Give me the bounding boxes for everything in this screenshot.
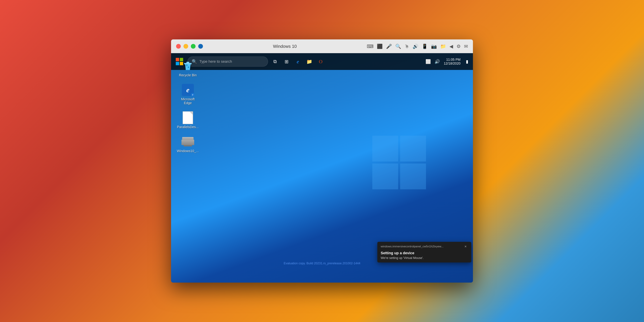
search-placeholder-text: Type here to search [200,59,232,64]
mac-close-button[interactable] [176,44,181,49]
action-center-icon: ⬜ [426,59,431,64]
task-view-button[interactable]: ⧉ [269,56,281,67]
recycle-bin-icon[interactable]: Recycle Bin [176,58,200,79]
notification-title: Setting up a device [381,251,468,255]
mac-background: Windows 10 ⌨ ⬛ 🎤 🔍 🖱 🔊 📱 📷 📁 ◀ ⚙ ✉ [0,0,644,322]
system-tray: ⬜ 🔊 11:05 PM 12/18/2020 ▮ [424,57,471,66]
windows-logo-watermark [372,136,426,189]
notification-app-name: windows.immersivecontrolpanel_cw5n1h2txy… [381,245,444,248]
mac-toolbar: ⌨ ⬛ 🎤 🔍 🖱 🔊 📱 📷 📁 ◀ ⚙ ✉ [367,44,468,49]
windows10-iso-icon[interactable]: Windows10_... [176,134,200,155]
mac-titlebar: Windows 10 ⌨ ⬛ 🎤 🔍 🖱 🔊 📱 📷 📁 ◀ ⚙ ✉ [171,40,473,53]
parallels-desktop-label: ParallelsDes... [177,125,199,129]
pointer-icon[interactable]: 🖱 [404,44,409,49]
phone-icon[interactable]: 📱 [422,44,428,49]
screenshot-icon[interactable]: ⬛ [377,44,383,49]
taskbar-edge-button[interactable]: e [292,56,304,67]
windows-desktop: Recycle Bin e e Microsoft Edge [171,53,473,282]
parallels-desktop-icon[interactable]: ParallelsDes... [176,110,200,131]
edge-icon-wrapper: e e [182,84,194,96]
recycle-bin-image [182,60,194,72]
keyboard-icon[interactable]: ⌨ [367,44,374,49]
win-logo-pane-tl [372,136,398,162]
recycle-bin-label: Recycle Bin [179,73,197,77]
microphone-icon[interactable]: 🎤 [386,44,392,49]
drive-top [182,137,194,140]
drive-icon-shape [182,137,194,146]
document-icon [183,111,193,124]
taskbar-office-icon: O [319,59,322,64]
mac-minimize-button[interactable] [184,44,188,49]
edge-badge-label: e [192,94,193,96]
taskbar-edge-icon: e [297,58,299,65]
notification-body-text: We're setting up 'Virtual Mouse'. [381,256,468,260]
parallels-icon-image [182,112,194,124]
drive-bottom [184,145,192,146]
taskbar-date: 12/18/2020 [444,62,460,66]
notification-close-button[interactable]: × [463,244,468,249]
eval-watermark: Evaluation copy. Build 20231.rs_prerelea… [171,261,473,266]
win-logo-pane-tr [400,136,426,162]
edge-badge: e [191,93,194,96]
back-icon[interactable]: ◀ [450,44,453,49]
mail-icon[interactable]: ✉ [464,44,468,49]
svg-marker-0 [185,64,190,70]
mac-maximize-button[interactable] [191,44,196,49]
notification-body: Setting up a device We're setting up 'Vi… [377,250,471,262]
win-logo-pane-bl [372,164,398,189]
svg-rect-2 [186,62,189,63]
mac-window-title: Windows 10 [206,44,364,49]
zoom-icon[interactable]: 🔍 [395,44,401,49]
volume-tray-icon[interactable]: 🔊 [433,57,442,66]
notification-center-icon[interactable]: ⬜ [424,57,432,66]
mac-fullscreen-button[interactable] [198,44,203,49]
windows-taskbar: 🔍 Type here to search ⧉ ⊞ e 📁 [171,53,473,70]
microsoft-edge-label: Microsoft Edge [178,97,198,105]
folder-icon[interactable]: 📁 [440,44,446,49]
notification-popup: windows.immersivecontrolpanel_cw5n1h2txy… [377,242,471,262]
task-view-icon: ⧉ [273,59,277,64]
microsoft-edge-icon[interactable]: e e Microsoft Edge [176,82,200,107]
volume-icon[interactable]: 🔊 [412,44,418,49]
taskbar-office-button[interactable]: O [315,56,326,67]
taskbar-explorer-icon: 📁 [306,59,312,64]
windows10-iso-label: Windows10_... [177,149,199,153]
edge-icon-image: e e [182,84,194,96]
notifications-badge-icon[interactable]: ▮ [463,57,471,66]
mac-window: Windows 10 ⌨ ⬛ 🎤 🔍 🖱 🔊 📱 📷 📁 ◀ ⚙ ✉ [171,40,473,282]
taskbar-explorer-button[interactable]: 📁 [304,56,315,67]
win-logo-pane-br [400,164,426,189]
drive-body [182,140,194,145]
taskbar-search-bar[interactable]: 🔍 Type here to search [188,56,268,66]
notification-header: windows.immersivecontrolpanel_cw5n1h2txy… [377,242,471,250]
taskbar-time: 11:05 PM [444,58,460,62]
drive-icon-image [182,136,194,148]
widgets-icon: ⊞ [284,59,288,64]
show-desktop-icon: ▮ [466,59,468,64]
settings-icon[interactable]: ⚙ [456,44,461,49]
volume-icon-tray: 🔊 [434,59,440,64]
camera-icon[interactable]: 📷 [431,44,437,49]
widgets-button[interactable]: ⊞ [281,56,292,67]
taskbar-clock[interactable]: 11:05 PM 12/18/2020 [442,58,462,66]
desktop-icons-container: Recycle Bin e e Microsoft Edge [176,58,200,155]
